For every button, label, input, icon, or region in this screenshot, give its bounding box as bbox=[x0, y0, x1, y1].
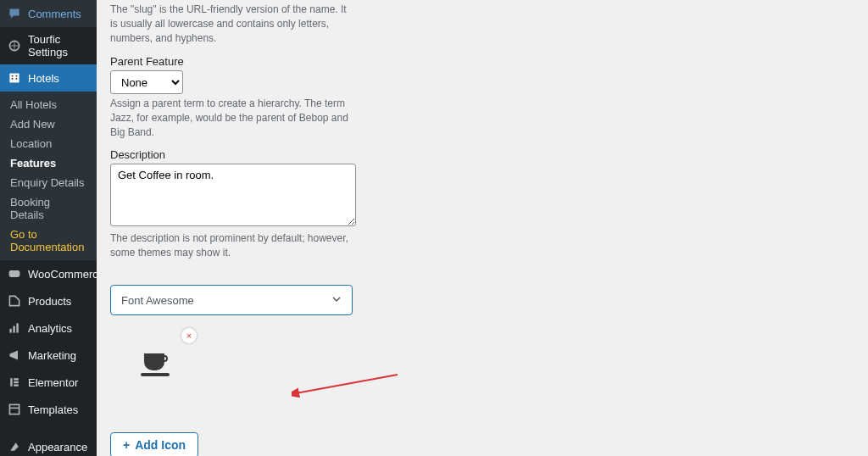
svg-rect-10 bbox=[10, 378, 12, 386]
menu-label: Marketing bbox=[28, 349, 76, 362]
icon-family-label: Font Awesome bbox=[121, 294, 194, 307]
svg-rect-1 bbox=[9, 73, 19, 82]
menu-label: Comments bbox=[28, 8, 81, 20]
description-help: The description is not prominent by defa… bbox=[110, 231, 356, 260]
menu-item-analytics[interactable]: Analytics bbox=[0, 314, 97, 342]
menu-item-comments[interactable]: Comments bbox=[0, 0, 97, 27]
svg-rect-12 bbox=[14, 381, 19, 383]
submenu-item-go-to-documentation[interactable]: Go to Documentation bbox=[0, 225, 97, 257]
marketing-icon bbox=[7, 348, 22, 363]
product-icon bbox=[7, 293, 22, 309]
woo-icon bbox=[7, 266, 22, 281]
menu-label: WooCommerce bbox=[28, 268, 104, 281]
tourfic-icon bbox=[7, 38, 22, 53]
submenu-item-location[interactable]: Location bbox=[0, 134, 97, 153]
close-icon: × bbox=[186, 331, 192, 341]
svg-rect-2 bbox=[12, 75, 14, 77]
menu-label: Hotels bbox=[28, 72, 59, 85]
menu-item-templates[interactable]: Templates bbox=[0, 396, 97, 423]
menu-item-tourfic-settings[interactable]: Tourfic Settings bbox=[0, 27, 97, 64]
admin-sidebar: CommentsTourfic SettingsHotelsAll Hotels… bbox=[0, 0, 97, 456]
menu-label: Appearance bbox=[28, 441, 87, 453]
parent-select[interactable]: None bbox=[110, 70, 183, 94]
comment-icon bbox=[7, 6, 22, 21]
description-label: Description bbox=[110, 148, 356, 161]
elementor-icon bbox=[7, 375, 22, 390]
chevron-down-icon bbox=[331, 294, 342, 307]
menu-label: Elementor bbox=[28, 376, 78, 389]
menu-item-elementor[interactable]: Elementor bbox=[0, 369, 97, 396]
icon-family-select[interactable]: Font Awesome bbox=[110, 285, 353, 315]
description-textarea[interactable] bbox=[110, 164, 356, 226]
parent-label: Parent Feature bbox=[110, 55, 356, 68]
submenu-item-add-new[interactable]: Add New bbox=[0, 114, 97, 134]
appearance-icon bbox=[7, 439, 22, 454]
hotel-icon bbox=[7, 70, 22, 86]
svg-rect-9 bbox=[16, 323, 18, 332]
svg-rect-11 bbox=[14, 378, 19, 380]
add-icon-label: Add Icon bbox=[135, 438, 186, 452]
submenu-item-booking-details[interactable]: Booking Details bbox=[0, 192, 97, 225]
menu-label: Products bbox=[28, 295, 71, 308]
add-icon-button[interactable]: + Add Icon bbox=[110, 432, 198, 456]
menu-label: Analytics bbox=[28, 322, 72, 335]
svg-rect-5 bbox=[16, 78, 18, 80]
main-content: The "slug" is the URL-friendly version o… bbox=[97, 0, 868, 456]
menu-item-hotels[interactable]: Hotels bbox=[0, 64, 97, 92]
svg-rect-4 bbox=[12, 78, 14, 80]
svg-rect-8 bbox=[13, 326, 14, 333]
parent-help: Assign a parent term to create a hierarc… bbox=[110, 97, 356, 139]
coffee-icon bbox=[141, 350, 175, 380]
menu-label: Tourfic Settings bbox=[28, 33, 90, 58]
svg-rect-6 bbox=[9, 270, 20, 277]
svg-rect-3 bbox=[16, 75, 18, 77]
slug-help: The "slug" is the URL-friendly version o… bbox=[110, 3, 356, 45]
submenu-item-features[interactable]: Features bbox=[0, 153, 97, 173]
selected-icon-preview: × bbox=[125, 336, 190, 393]
remove-icon-button[interactable]: × bbox=[181, 328, 197, 343]
submenu-item-enquiry-details[interactable]: Enquiry Details bbox=[0, 173, 97, 192]
plus-icon: + bbox=[123, 438, 130, 452]
menu-item-appearance[interactable]: Appearance bbox=[0, 433, 97, 456]
svg-rect-24 bbox=[141, 373, 170, 376]
menu-item-marketing[interactable]: Marketing bbox=[0, 342, 97, 369]
template-icon bbox=[7, 402, 22, 417]
menu-item-products[interactable]: Products bbox=[0, 287, 97, 314]
svg-rect-13 bbox=[14, 384, 19, 386]
analytics-icon bbox=[7, 320, 22, 336]
submenu-item-all-hotels[interactable]: All Hotels bbox=[0, 95, 97, 114]
submenu: All HotelsAdd NewLocationFeaturesEnquiry… bbox=[0, 92, 97, 260]
menu-item-woocommerce[interactable]: WooCommerce bbox=[0, 260, 97, 287]
svg-rect-14 bbox=[9, 404, 19, 414]
menu-label: Templates bbox=[28, 403, 78, 416]
svg-rect-7 bbox=[9, 329, 11, 333]
